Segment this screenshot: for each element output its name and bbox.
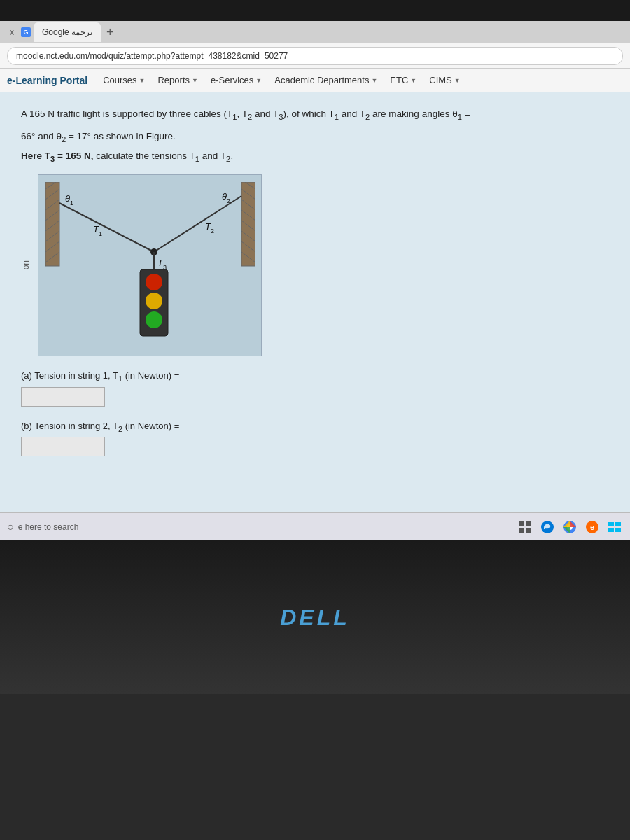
svg-rect-39 (526, 528, 531, 533)
nav-reports-arrow: ▼ (192, 77, 198, 84)
svg-rect-36 (519, 522, 524, 526)
task-view-icon[interactable] (517, 519, 533, 536)
main-content: A 165 N traffic light is supported by th… (0, 92, 630, 512)
dell-logo: DELL (280, 605, 350, 631)
svg-rect-48 (615, 528, 621, 532)
svg-rect-37 (526, 522, 531, 526)
nav-cims-arrow: ▼ (454, 77, 461, 84)
svg-rect-47 (608, 528, 614, 532)
nav-academic[interactable]: Academic Departments ▼ (269, 72, 383, 88)
question-text-3: Here T3 = 165 N, calculate the tensions … (21, 150, 609, 163)
nav-bar: e-Learning Portal Courses ▼ Reports ▼ e-… (0, 69, 630, 92)
svg-text:θ: θ (222, 191, 227, 202)
nav-etc-label: ETC (390, 75, 408, 85)
svg-point-34 (146, 293, 162, 309)
question-text-2: 66° and θ2 = 17° as shown in Figure. (21, 129, 609, 146)
svg-point-35 (146, 312, 162, 328)
diagram-box: θ 1 θ 2 T 1 T 2 T 3 (38, 174, 262, 356)
svg-point-33 (146, 274, 162, 290)
chrome-icon[interactable] (561, 519, 578, 536)
tab-label: Google ترجمه (42, 27, 92, 37)
nav-etc-arrow: ▼ (410, 77, 416, 84)
svg-text:1: 1 (70, 200, 74, 206)
svg-text:1: 1 (99, 230, 102, 237)
brand-label: e-Learning Portal (7, 75, 88, 86)
svg-text:θ: θ (65, 193, 70, 204)
nav-reports-label: Reports (158, 75, 190, 85)
answer-input-b[interactable] (21, 437, 105, 456)
windows-search-circle-icon: ○ (7, 521, 14, 533)
answer-label-b: (b) Tension in string 2, T2 (in Newton) … (21, 421, 609, 433)
nav-eservices-label: e-Services (211, 75, 253, 85)
taskbar-search-text[interactable]: e here to search (18, 522, 79, 532)
tab-item-google[interactable]: Google ترجمه (34, 22, 101, 42)
tab-close-button[interactable]: x (6, 26, 18, 38)
taskbar-icons: e (517, 519, 623, 536)
svg-rect-46 (615, 522, 621, 526)
svg-text:2: 2 (211, 227, 214, 234)
nav-courses[interactable]: Courses ▼ (97, 72, 150, 88)
nav-reports[interactable]: Reports ▼ (152, 72, 203, 88)
physics-diagram: θ 1 θ 2 T 1 T 2 T 3 (46, 182, 255, 350)
nav-eservices-arrow: ▼ (255, 77, 262, 84)
taskbar-search: ○ e here to search (7, 521, 78, 533)
edge-icon[interactable] (539, 519, 556, 536)
nav-cims[interactable]: CIMS ▼ (424, 72, 465, 88)
answer-section-b: (b) Tension in string 2, T2 (in Newton) … (21, 421, 609, 457)
question-text-1: A 165 N traffic light is supported by th… (21, 106, 609, 123)
svg-line-19 (154, 196, 241, 252)
question-side-label: on (21, 260, 31, 270)
svg-line-18 (59, 203, 154, 252)
tab-favicon: G (21, 27, 31, 37)
app-icon[interactable]: e (584, 519, 601, 536)
new-tab-button[interactable]: + (104, 26, 117, 38)
svg-text:e: e (590, 523, 594, 531)
laptop-top-bezel (0, 0, 630, 21)
taskbar: ○ e here to search (0, 512, 630, 540)
laptop-bottom-bezel: DELL (0, 540, 630, 694)
nav-etc[interactable]: ETC ▼ (384, 72, 422, 88)
nav-courses-arrow: ▼ (139, 77, 146, 84)
address-bar (0, 43, 630, 69)
answer-label-a: (a) Tension in string 1, T1 (in Newton) … (21, 370, 609, 383)
answer-section-a: (a) Tension in string 1, T1 (in Newton) … (21, 370, 609, 407)
windows-icon[interactable] (606, 519, 623, 536)
address-input[interactable] (7, 47, 623, 65)
browser-chrome: x G Google ترجمه + e-Learning Portal Cou… (0, 21, 630, 92)
nav-academic-arrow: ▼ (371, 77, 377, 84)
svg-rect-38 (519, 528, 524, 533)
nav-academic-label: Academic Departments (274, 75, 369, 85)
nav-eservices[interactable]: e-Services ▼ (205, 72, 267, 88)
svg-text:2: 2 (227, 197, 230, 204)
svg-rect-45 (608, 522, 614, 526)
nav-courses-label: Courses (103, 75, 136, 85)
nav-cims-label: CIMS (429, 75, 452, 85)
answer-input-a[interactable] (21, 387, 105, 407)
tab-bar: x G Google ترجمه + (0, 21, 630, 43)
diagram-container: on (21, 174, 609, 356)
